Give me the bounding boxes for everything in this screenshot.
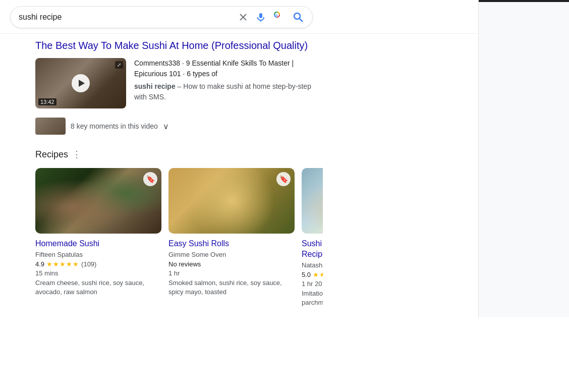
expand-icon: ⤢ — [115, 61, 123, 69]
recipe-card: 🔖 Homemade Sushi Fifteen Spatulas 4.9 ★★… — [35, 168, 161, 307]
key-moments-bar[interactable]: 8 key moments in this video ∨ — [35, 116, 323, 137]
rating-count: (109) — [81, 260, 96, 268]
search-input[interactable] — [19, 13, 238, 22]
svg-line-10 — [300, 19, 303, 22]
video-description: sushi recipe – How to make sushi at home… — [134, 81, 323, 102]
no-reviews-label: No reviews — [168, 260, 201, 268]
svg-text:G: G — [275, 14, 278, 17]
video-source-text: Comments338 · 9 Essential Knife Skills T… — [134, 58, 323, 79]
recipe-time: 15 mins — [35, 269, 161, 277]
stars-icon: ★★★★★ — [313, 271, 323, 278]
recipe-no-reviews: No reviews — [168, 260, 295, 268]
chevron-down-icon: ∨ — [163, 122, 169, 131]
key-moments-label: 8 key moments in this video — [71, 122, 158, 130]
right-panel — [478, 0, 569, 317]
recipes-section-title: Recipes — [35, 149, 68, 160]
video-block: 13:42 ⤢ Comments338 · 9 Essential Knife … — [35, 58, 323, 108]
mic-button[interactable] — [255, 11, 267, 23]
svg-point-9 — [294, 13, 300, 19]
lens-icon: G — [274, 12, 285, 23]
clear-icon — [239, 13, 248, 22]
play-button[interactable] — [72, 74, 90, 92]
recipe-ingredients: Smoked salmon, sushi rice, soy sauce, sp… — [168, 278, 295, 297]
recipe-image — [302, 168, 323, 234]
recipe-name-link[interactable]: Sushi Rice and California Rolls Recipe — [302, 239, 323, 260]
recipe-source: Fifteen Spatulas — [35, 251, 161, 258]
recipe-card: 🔖 Sushi Rice and California Rolls Recipe… — [302, 168, 323, 307]
recipe-card: 🔖 Easy Sushi Rolls Gimme Some Oven No re… — [168, 168, 295, 307]
bookmark-button[interactable]: 🔖 — [276, 172, 291, 186]
search-button[interactable] — [292, 11, 304, 23]
play-triangle-icon — [79, 80, 85, 87]
recipe-image — [35, 168, 161, 234]
recipe-rating: 4.9 ★★★★★ (109) — [35, 260, 161, 268]
video-snippet: Comments338 · 9 Essential Knife Skills T… — [134, 58, 323, 108]
recipe-source: Natasha's Kitchen — [302, 261, 323, 269]
bookmark-icon: 🔖 — [279, 175, 288, 183]
rating-value: 5.0 — [302, 271, 311, 278]
recipe-time: 1 hr 20 mins — [302, 280, 323, 288]
recipe-name-link[interactable]: Homemade Sushi — [35, 239, 161, 249]
mic-icon — [256, 12, 266, 22]
video-title-link[interactable]: The Best Way To Make Sushi At Home (Prof… — [35, 39, 323, 52]
recipe-time: 1 hr — [168, 269, 295, 277]
recipe-image-wrap: 🔖 — [168, 168, 295, 234]
video-duration: 13:42 — [38, 98, 56, 105]
search-bar[interactable]: G — [10, 6, 313, 28]
scrollbar-indicator — [479, 0, 569, 2]
recipe-image-wrap: 🔖 — [302, 168, 323, 234]
recipe-source: Gimme Some Oven — [168, 251, 295, 258]
recipes-header: Recipes ⋮ — [35, 149, 323, 160]
svg-rect-2 — [259, 13, 262, 18]
more-options-button[interactable]: ⋮ — [72, 149, 81, 160]
snippet-bold: sushi recipe — [134, 82, 176, 90]
stars-icon: ★★★★★ — [46, 260, 79, 268]
recipe-name-link[interactable]: Easy Sushi Rolls — [168, 239, 295, 249]
recipe-image-wrap: 🔖 — [35, 168, 161, 234]
lens-button[interactable]: G — [273, 11, 286, 24]
clear-button[interactable] — [238, 12, 249, 23]
key-moments-thumbnail — [35, 118, 66, 135]
video-thumbnail[interactable]: 13:42 ⤢ — [35, 58, 126, 108]
recipe-ingredients: Imitation crab meat, chili sauce, soy sa… — [302, 289, 323, 307]
recipe-rating: 5.0 ★★★★★ (56) — [302, 271, 323, 278]
search-icon — [293, 12, 303, 22]
recipe-cards-container: 🔖 Homemade Sushi Fifteen Spatulas 4.9 ★★… — [35, 168, 323, 307]
recipe-image — [168, 168, 295, 234]
recipe-ingredients: Cream cheese, sushi rice, soy sauce, avo… — [35, 278, 161, 297]
bookmark-button[interactable]: 🔖 — [143, 172, 157, 186]
bookmark-icon: 🔖 — [146, 175, 155, 183]
rating-value: 4.9 — [35, 260, 44, 268]
